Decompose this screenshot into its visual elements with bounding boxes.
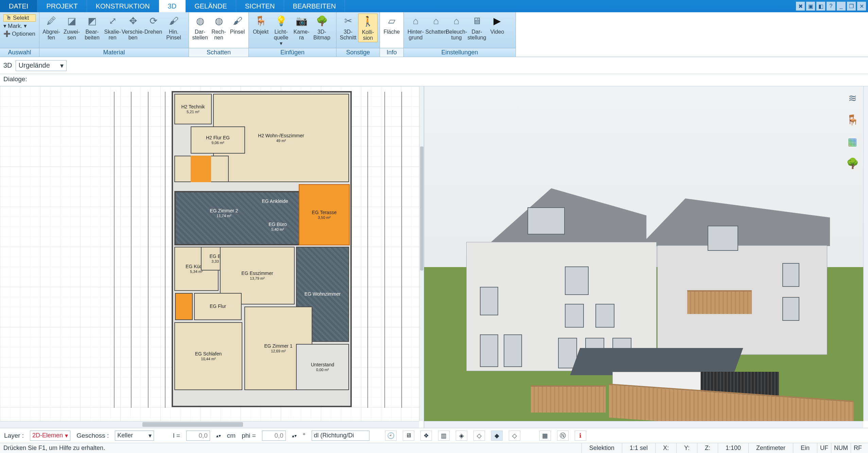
status-z: Z:	[697, 443, 718, 453]
floor-combo[interactable]: Keller▾	[115, 431, 154, 441]
group-label-sonstige: Sonstige	[336, 48, 380, 57]
menu-tab-datei[interactable]: DATEI	[0, 0, 37, 12]
chevron-down-icon: ▾	[60, 62, 64, 70]
btn-layers-icon[interactable]: ▥	[438, 431, 450, 441]
tool-kamera[interactable]: 📷Kame-ra	[292, 14, 311, 41]
layer-combo[interactable]: 2D-Elemen▾	[30, 431, 70, 441]
status-scale: 1:100	[718, 443, 748, 453]
dimension-lines-left	[101, 92, 169, 408]
btn-diamond4-icon[interactable]: ◇	[509, 431, 520, 441]
status-help: Drücken Sie F1, um Hilfe zu erhalten.	[3, 445, 105, 452]
btn-diamond2-icon[interactable]: ◇	[473, 431, 485, 441]
status-x: X:	[655, 443, 676, 453]
menu-tab-gelaende[interactable]: GELÄNDE	[186, 0, 236, 12]
menu-tab-konstruktion[interactable]: KONSTRUKTION	[87, 0, 159, 12]
tool-hin-pinsel[interactable]: 🖌Hin.Pinsel	[164, 14, 184, 41]
tool-objekt[interactable]: 🪑Objekt	[251, 14, 271, 36]
group-label-schatten: Schatten	[189, 48, 248, 57]
btn-cubes-icon[interactable]: ❖	[420, 431, 432, 441]
tool-3d-schnitt[interactable]: ✂3D-Schnitt	[338, 14, 358, 41]
tool-darstellen[interactable]: ◍Dar-stellen	[191, 14, 209, 41]
tool-zuweisen[interactable]: ◪Zuwei-sen	[62, 14, 82, 41]
l-input[interactable]: 0,0	[186, 431, 210, 441]
menu-tab-sichten[interactable]: SICHTEN	[236, 0, 284, 12]
floor-plan[interactable]: H2 Technik5,21 m² H2 Wohn-/Esszimmer49 m…	[172, 91, 352, 407]
mode-label: 3D	[3, 62, 12, 69]
pane-2d[interactable]: H2 Technik5,21 m² H2 Wohn-/Esszimmer49 m…	[0, 86, 424, 428]
tool-icon[interactable]: ✖	[796, 2, 805, 11]
terrain-combo[interactable]: Urgelände▾	[16, 60, 67, 71]
highlight	[175, 293, 193, 320]
pane-3d[interactable]: ≋ 🪑 ▦ 🌳	[424, 86, 868, 428]
furniture-icon[interactable]: 🪑	[846, 113, 859, 126]
palette-icon[interactable]: ▦	[846, 135, 859, 148]
tool-pinsel[interactable]: 🖌Pinsel	[228, 14, 246, 36]
workspace: H2 Technik5,21 m² H2 Wohn-/Esszimmer49 m…	[0, 86, 868, 428]
menu-bar: DATEI PROJEKT KONSTRUKTION 3D GELÄNDE SI…	[0, 0, 868, 12]
group-label-einfuegen: Einfügen	[249, 48, 336, 57]
tool-hintergrund[interactable]: ⌂Hinter-grund	[406, 14, 426, 41]
scrollbar-horizontal[interactable]	[0, 421, 419, 428]
tool-3d-bitmap[interactable]: 🌳3D-Bitmap	[312, 14, 332, 41]
room[interactable]: H2 Technik5,21 m²	[174, 94, 212, 124]
status-uf: UF	[817, 443, 831, 453]
scrollbar-vertical[interactable]	[863, 86, 868, 421]
chevron-down-icon: ▾	[65, 432, 68, 439]
scrollbar-horizontal[interactable]	[424, 421, 863, 428]
layer-label: Layer :	[4, 432, 24, 439]
tool-kollision[interactable]: 🚶Kolli-sion	[358, 14, 378, 42]
menu-tab-3d[interactable]: 3D	[159, 0, 186, 12]
tool-skalieren[interactable]: ⤢Skalie-ren	[103, 14, 122, 41]
tool-schatten[interactable]: ⌂Schatten	[426, 14, 446, 36]
dimension-lines-right	[361, 92, 409, 408]
help-icon[interactable]: ?	[827, 2, 835, 11]
tool-video[interactable]: ▶Video	[487, 14, 507, 36]
btn-monitor-icon[interactable]: 🖥	[403, 431, 414, 441]
material-tools: 🖉Abgrei-fen ◪Zuwei-sen ◩Bear-beiten ⤢Ska…	[39, 12, 189, 48]
room[interactable]: EG Terasse3,50 m²	[299, 184, 350, 245]
btn-diamond-icon[interactable]: ◈	[456, 431, 467, 441]
room-label: EG Ankleide	[251, 193, 299, 210]
ribbon: 🖱 Selekt ▾ Mark. ▾ ➕ Optionen Auswahl 🖉A…	[0, 12, 868, 57]
room[interactable]: EG Flur	[194, 293, 242, 320]
tool-bearbeiten[interactable]: ◩Bear-beiten	[82, 14, 102, 41]
btn-north-icon[interactable]: Ⓝ	[557, 431, 569, 441]
btn-diamond3-icon[interactable]: ◆	[491, 431, 503, 441]
dl-combo[interactable]: dl (Richtung/Di	[312, 431, 369, 441]
tool-drehen[interactable]: ⟳Drehen	[143, 14, 163, 36]
room[interactable]: Unterstand0,00 m²	[296, 344, 349, 390]
room[interactable]: EG Schlafen10,44 m²	[174, 322, 242, 390]
btn-info-icon[interactable]: ℹ	[575, 431, 586, 441]
minimize-icon[interactable]: _	[837, 2, 846, 11]
tool-darstellung[interactable]: 🖥Dar-stellung	[467, 14, 487, 41]
tool-abgreifen[interactable]: 🖉Abgrei-fen	[41, 14, 61, 41]
group-label-info: Info	[380, 48, 403, 57]
room[interactable]: H2 Flur EG9,06 m²	[191, 126, 245, 154]
mark-button[interactable]: ▾ Mark. ▾	[3, 22, 36, 30]
tool-icon[interactable]: ◧	[816, 2, 825, 11]
menu-tab-bearbeiten[interactable]: BEARBEITEN	[284, 0, 345, 12]
status-bar: Drücken Sie F1, um Hilfe zu erhalten. Se…	[0, 443, 868, 453]
btn-clock-icon[interactable]: 🕘	[385, 431, 397, 441]
room-label: EG Büro5,40 m²	[257, 218, 298, 235]
sub-toolbar: 3D Urgelände▾	[0, 57, 868, 74]
menu-tab-projekt[interactable]: PROJEKT	[37, 0, 87, 12]
tool-verschieben[interactable]: ✥Verschie-ben	[123, 14, 143, 41]
group-label-material: Material	[39, 48, 189, 57]
phi-input[interactable]: 0,0	[262, 431, 286, 441]
tool-beleuchtung[interactable]: ⌂Beleuch-tung	[447, 14, 466, 41]
status-num: NUM	[831, 443, 851, 453]
optionen-button[interactable]: ➕ Optionen	[3, 30, 36, 37]
tool-flaeche[interactable]: ▱Fläche	[382, 14, 401, 36]
layers-icon[interactable]: ≋	[846, 91, 859, 105]
tree-icon[interactable]: 🌳	[846, 156, 859, 170]
close-icon[interactable]: ✕	[857, 2, 866, 11]
selekt-button[interactable]: 🖱 Selekt	[3, 14, 36, 22]
tool-rechnen[interactable]: ◍Rech-nen	[210, 14, 228, 41]
tool-icon[interactable]: ▣	[806, 2, 815, 11]
btn-grid-icon[interactable]: ▦	[539, 431, 551, 441]
restore-icon[interactable]: ❐	[847, 2, 856, 11]
tool-lichtquelle[interactable]: 💡Licht-quelle ▾	[271, 14, 291, 47]
status-selektion: Selektion	[581, 443, 622, 453]
scrollbar-vertical[interactable]	[419, 86, 424, 421]
